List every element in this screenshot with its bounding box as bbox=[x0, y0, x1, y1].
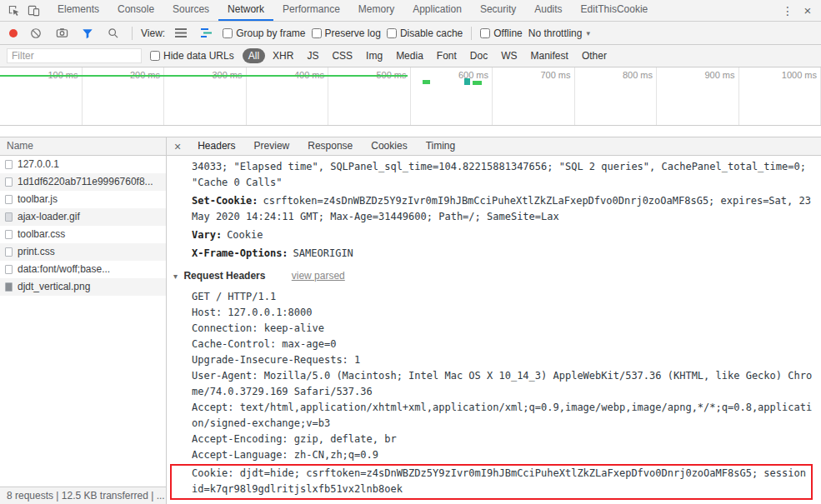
timeline-gridline: 800 ms bbox=[575, 67, 658, 125]
filter-type-all[interactable]: All bbox=[243, 48, 265, 63]
filter-type-doc[interactable]: Doc bbox=[464, 48, 493, 63]
headers-content: 34033; "Elapsed time", SQLPanel_sql_time… bbox=[167, 156, 821, 504]
filter-type-font[interactable]: Font bbox=[431, 48, 463, 63]
raw-request-headers: GET / HTTP/1.1 Host: 127.0.0.1:8000 Conn… bbox=[192, 289, 814, 463]
detail-tab-response[interactable]: Response bbox=[298, 137, 362, 155]
waterfall-event-mark bbox=[423, 80, 430, 84]
record-icon[interactable] bbox=[9, 29, 18, 37]
devtools-tabbar: ElementsConsoleSourcesNetworkPerformance… bbox=[0, 0, 821, 22]
filter-input[interactable] bbox=[7, 48, 142, 63]
request-row[interactable]: toolbar.js bbox=[0, 191, 166, 208]
filter-type-manifest[interactable]: Manifest bbox=[525, 48, 574, 63]
requests-panel: Name 127.0.0.11d1df6220ab711e9996760f8..… bbox=[0, 137, 167, 504]
preserve-log-input[interactable] bbox=[312, 28, 322, 38]
network-overview[interactable]: 100 ms200 ms300 ms400 ms500 ms600 ms700 … bbox=[0, 67, 821, 126]
request-name: data:font/woff;base... bbox=[18, 261, 161, 278]
inspect-element-icon[interactable] bbox=[3, 2, 23, 20]
waterfall-view-icon[interactable] bbox=[197, 24, 217, 42]
tab-network[interactable]: Network bbox=[218, 0, 273, 21]
hide-data-urls-input[interactable] bbox=[150, 51, 160, 61]
funnel-glyph bbox=[82, 27, 93, 39]
request-row[interactable]: 1d1df6220ab711e9996760f8... bbox=[0, 173, 166, 191]
waterfall-view-glyph bbox=[201, 27, 213, 38]
image-icon bbox=[5, 212, 13, 222]
hide-data-urls-checkbox[interactable]: Hide data URLs bbox=[150, 50, 234, 62]
tab-elements[interactable]: Elements bbox=[48, 0, 108, 21]
filter-type-js[interactable]: JS bbox=[301, 48, 324, 63]
devtools-window: ElementsConsoleSourcesNetworkPerformance… bbox=[0, 0, 821, 504]
header-value: SAMEORIGIN bbox=[293, 247, 353, 259]
header-name: Set-Cookie: bbox=[192, 195, 258, 207]
name-column-header[interactable]: Name bbox=[0, 137, 166, 156]
close-details-icon[interactable]: × bbox=[167, 140, 188, 153]
detail-tab-cookies[interactable]: Cookies bbox=[362, 137, 416, 155]
preserve-log-label: Preserve log bbox=[325, 27, 381, 39]
overview-response-line bbox=[0, 75, 408, 77]
filter-type-img[interactable]: Img bbox=[360, 48, 388, 63]
tab-sources[interactable]: Sources bbox=[163, 0, 218, 21]
filter-type-other[interactable]: Other bbox=[576, 48, 613, 63]
tabbar-right-icons: ⋮ × bbox=[778, 2, 818, 20]
request-name: ajax-loader.gif bbox=[18, 208, 161, 226]
timeline-gridline: 900 ms bbox=[657, 67, 739, 125]
clear-glyph bbox=[30, 27, 42, 39]
capture-screenshots-icon[interactable] bbox=[52, 24, 72, 42]
clear-icon[interactable] bbox=[26, 24, 46, 42]
device-toolbar-icon[interactable] bbox=[23, 2, 43, 20]
request-row[interactable]: print.css bbox=[0, 243, 166, 261]
more-options-icon[interactable]: ⋮ bbox=[778, 2, 798, 20]
waterfall-event-mark bbox=[473, 81, 482, 85]
filter-type-media[interactable]: Media bbox=[390, 48, 429, 63]
tab-audits[interactable]: Audits bbox=[525, 0, 571, 21]
magnifier-glyph bbox=[108, 27, 119, 39]
request-name: 1d1df6220ab711e9996760f8... bbox=[18, 173, 161, 191]
request-row[interactable]: toolbar.css bbox=[0, 226, 166, 243]
request-row[interactable]: djdt_vertical.png bbox=[0, 278, 166, 296]
disable-cache-checkbox[interactable]: Disable cache bbox=[387, 27, 463, 39]
header-name: Vary: bbox=[192, 229, 222, 241]
filter-type-xhr[interactable]: XHR bbox=[267, 48, 299, 63]
search-icon[interactable] bbox=[103, 24, 123, 42]
detail-tab-headers[interactable]: Headers bbox=[188, 137, 244, 155]
filter-type-css[interactable]: CSS bbox=[326, 48, 358, 63]
inspect-element-glyph bbox=[8, 4, 20, 17]
disable-cache-input[interactable] bbox=[387, 28, 397, 38]
tab-console[interactable]: Console bbox=[108, 0, 163, 21]
tab-performance[interactable]: Performance bbox=[273, 0, 349, 21]
detail-tab-preview[interactable]: Preview bbox=[245, 137, 299, 155]
request-row[interactable]: ajax-loader.gif bbox=[0, 208, 166, 226]
list-view-icon[interactable] bbox=[171, 24, 191, 42]
request-name: toolbar.css bbox=[18, 226, 161, 243]
stylesheet-icon bbox=[5, 247, 13, 257]
waterfall-event-mark bbox=[464, 78, 470, 85]
filter-type-ws[interactable]: WS bbox=[495, 48, 523, 63]
offline-input[interactable] bbox=[480, 28, 490, 38]
detail-tab-timing[interactable]: Timing bbox=[417, 137, 465, 155]
response-header: Set-Cookie:csrftoken=z4sDnWBZDz5Y9zIvr0m… bbox=[192, 193, 814, 225]
tab-memory[interactable]: Memory bbox=[349, 0, 403, 21]
request-row[interactable]: 127.0.0.1 bbox=[0, 156, 166, 173]
filter-icon[interactable] bbox=[78, 24, 98, 42]
timeline-gridline: 700 ms bbox=[493, 67, 575, 125]
tab-security[interactable]: Security bbox=[471, 0, 525, 21]
preserve-log-checkbox[interactable]: Preserve log bbox=[312, 27, 381, 39]
view-parsed-link[interactable]: view parsed bbox=[292, 270, 345, 282]
device-toolbar-glyph bbox=[28, 4, 40, 17]
close-devtools-icon[interactable]: × bbox=[798, 2, 818, 20]
tab-editthiscookie[interactable]: EditThisCookie bbox=[572, 0, 658, 21]
network-toolbar: View: Group by frame Preserve log Disabl… bbox=[0, 22, 821, 45]
group-by-frame-input[interactable] bbox=[223, 28, 233, 38]
throttling-dropdown[interactable]: No throttling ▾ bbox=[528, 27, 590, 39]
request-row[interactable]: data:font/woff;base... bbox=[0, 261, 166, 278]
group-by-frame-checkbox[interactable]: Group by frame bbox=[223, 27, 305, 39]
timeline-label: 600 ms bbox=[458, 70, 488, 80]
font-icon bbox=[5, 265, 13, 274]
response-header-fragment: 34033; "Elapsed time", SQLPanel_sql_time… bbox=[192, 159, 814, 191]
group-by-frame-label: Group by frame bbox=[236, 27, 305, 39]
camera-glyph bbox=[56, 27, 68, 39]
throttling-value: No throttling bbox=[528, 27, 583, 39]
tab-application[interactable]: Application bbox=[403, 0, 471, 21]
offline-checkbox[interactable]: Offline bbox=[480, 27, 522, 39]
triangle-down-icon[interactable]: ▾ bbox=[173, 272, 178, 281]
response-headers: Set-Cookie:csrftoken=z4sDnWBZDz5Y9zIvr0m… bbox=[192, 193, 814, 262]
